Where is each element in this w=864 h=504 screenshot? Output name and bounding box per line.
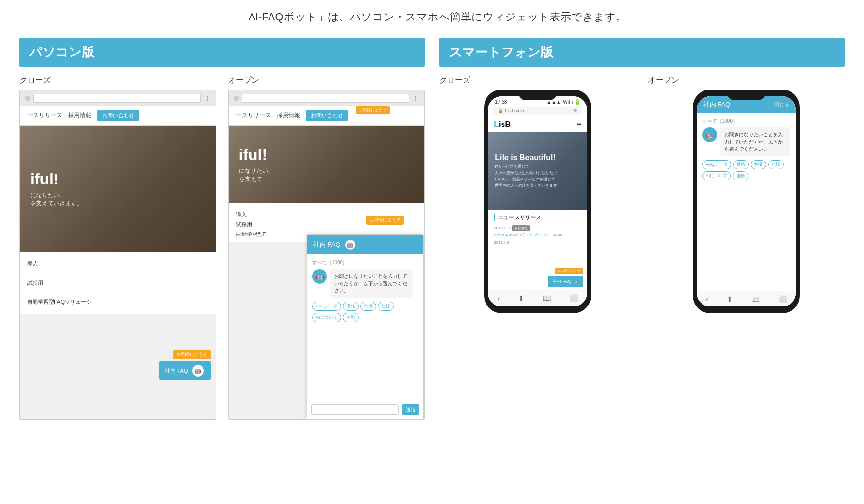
lock-icon-closed: 🔒 <box>498 108 503 113</box>
phone-faq-message-bubble: お聞きになりたいことを入力していただくか、以下から選んでください。 <box>720 127 790 156</box>
phone-news-link-1[interactable]: APPS JAPAN（アプリジャパン）2018... <box>494 232 581 237</box>
share-icon-open[interactable]: ⬆ <box>727 295 733 303</box>
nav-btn-contact-open[interactable]: お問い合わせ <box>306 110 348 121</box>
phone-faq-tag-feature[interactable]: 特徴 <box>751 160 766 169</box>
faq-tag-spec[interactable]: 仕様 <box>378 302 394 311</box>
page-title: 「AI-FAQボット」は、パソコン・スマホへ簡単にウィジェット表示できます。 <box>19 10 845 24</box>
back-icon-closed[interactable]: ‹ <box>497 294 500 302</box>
sp-device-row: クローズ 17:38 ▲▲▲ WiFi 🔋 <box>439 75 845 313</box>
phone-status-icons-closed: ▲▲▲ WiFi 🔋 <box>547 99 581 105</box>
phone-faq-closed-widget[interactable]: お気軽にどうぞ 社内 FAQ 🤖 <box>548 268 584 287</box>
phone-hero-closed: Life is Beautiful! ITサービスを通じて 人々の豊かな人生の彩… <box>488 132 587 210</box>
faq-panel-title: 社内 FAQ <box>313 240 341 249</box>
phone-faq-tag-ai[interactable]: AIについて <box>702 171 731 180</box>
sp-open-phone: 16:31 ▲▲▲ WiFi 🔋 ≡ jr-odekake.net ↻ <box>693 90 800 313</box>
nav-item-recruit-open: 採用情報 <box>277 111 300 120</box>
browser-address-bar-open[interactable] <box>242 94 410 103</box>
phone-faq-bot-icon-closed: 🤖 <box>573 279 578 284</box>
phone-faq-close-btn[interactable]: 閉じる <box>774 101 789 108</box>
book-icon-closed[interactable]: 📖 <box>543 294 551 302</box>
pc-open-col: オープン ⋮ ースリリース 採用情報 お問い合わせ お気軽にどうぞ <box>228 75 425 420</box>
phone-notch-closed <box>518 90 557 100</box>
hamburger-icon-closed[interactable]: ≡ <box>577 120 581 129</box>
phone-news-item-2: 2018.6.6 <box>494 240 581 245</box>
faq-tag-link[interactable]: 連動 <box>343 313 359 322</box>
phone-faq-tags: FAQデータ 価格 特徴 仕様 AIについて 連動 <box>702 160 790 180</box>
pc-section: パソコン版 クローズ ⋮ ースリリース 採用情報 お問い合わせ <box>19 38 425 420</box>
phone-faq-panel-title: 社内 FAQ <box>703 100 731 109</box>
tab-icon-open[interactable]: ⬜ <box>778 295 787 303</box>
phone-screen-closed: 17:38 ▲▲▲ WiFi 🔋 🔒 l-is-b.com ↻ <box>488 96 587 306</box>
share-icon-closed[interactable]: ⬆ <box>518 294 524 302</box>
pc-section-header: パソコン版 <box>19 38 425 67</box>
browser-menu-icon-open: ⋮ <box>412 94 419 102</box>
browser-close-btn-open <box>234 96 239 101</box>
phone-faq-tag-data[interactable]: FAQデータ <box>702 160 731 169</box>
phone-faq-tag-spec[interactable]: 仕様 <box>768 160 784 169</box>
faq-panel-open: お気軽にどうぞ 社内 FAQ 🤖 すべて（1000） 🤖 お聞きになりたい <box>307 234 424 419</box>
faq-all-count: すべて（1000） <box>312 259 418 266</box>
phone-notch-open <box>727 90 766 100</box>
browser-nav-closed: ースリリース 採用情報 お問い合わせ <box>20 106 216 126</box>
faq-widget-closed[interactable]: お気軽にどうぞ 社内 FAQ 🤖 <box>159 350 210 380</box>
faq-tags: FAQデータ 価格 特徴 仕様 AIについて 連動 <box>312 302 418 322</box>
hero-image-closed: iful! になりたい。を支えていきます。 <box>20 126 216 252</box>
pc-open-label: オープン <box>228 75 425 86</box>
phone-faq-bar-closed[interactable]: 社内 FAQ 🤖 <box>548 276 584 287</box>
faq-tag-ai[interactable]: AIについて <box>312 313 341 322</box>
pc-open-browser: ⋮ ースリリース 採用情報 お問い合わせ お気軽にどうぞ iful! <box>228 90 425 420</box>
phone-bottom-bar-closed: ‹ ⬆ 📖 ⬜ <box>488 289 587 306</box>
phone-url-closed: l-is-b.com <box>505 108 524 113</box>
faq-bot-message: 🤖 お聞きになりたいことを入力していただくか、以下から選んでください。 <box>312 269 418 298</box>
hero-image-open: iful! になりたい。を支えて <box>229 126 424 203</box>
faq-bubble-closed: お気軽にどうぞ <box>173 350 211 359</box>
nav-btn-contact[interactable]: お問い合わせ <box>97 110 139 121</box>
hero-text-open: iful! <box>239 146 274 164</box>
pc-closed-col: クローズ ⋮ ースリリース 採用情報 お問い合わせ <box>19 75 216 420</box>
battery-icon-closed: 🔋 <box>575 99 580 105</box>
phone-faq-panel: 社内 FAQ 閉じる すべて（1000） 🤖 お聞きになりたいことを入力していた… <box>697 96 796 306</box>
phone-time-closed: 17:38 <box>495 99 507 105</box>
book-icon-open[interactable]: 📖 <box>751 295 759 303</box>
phone-faq-tag-link[interactable]: 連動 <box>733 171 748 180</box>
browser-close-btn <box>25 96 30 101</box>
phone-bottom-nav-open: ‹ ⬆ 📖 ⬜ <box>697 291 796 306</box>
faq-input-field[interactable] <box>311 404 399 415</box>
hero-sub-open: になりたい。を支えて <box>239 167 274 183</box>
phone-faq-bar-label-closed: 社内 FAQ <box>553 278 572 285</box>
phone-hero-sub-closed: ITサービスを通じて 人々の豊かな人生の彩りになりたい。 L is Bは、製品や… <box>495 164 580 189</box>
page-header: 「AI-FAQボット」は、パソコン・スマホへ簡単にウィジェット表示できます。 <box>19 10 845 24</box>
phone-faq-bot-avatar: 🤖 <box>702 127 717 142</box>
tab-icon-closed[interactable]: ⬜ <box>570 294 578 302</box>
phone-faq-bot-message: 🤖 お聞きになりたいことを入力していただくか、以下から選んでください。 <box>702 127 790 156</box>
faq-panel-footer: 送信 <box>307 400 423 419</box>
browser-content-open: iful! になりたい。を支えて 導入試採用自動学習型F <box>229 126 424 419</box>
browser-toolbar-open: ⋮ <box>229 90 424 106</box>
phone-hero-title-closed: Life is Beautiful! <box>495 153 580 162</box>
phone-news-date-1: 2018.6.11 会社情報 <box>494 225 581 231</box>
phone-faq-bubble-closed: お気軽にどうぞ <box>555 268 583 274</box>
page-lower-text: 導入試採用自動学習型FAQソリューシ <box>27 259 209 307</box>
hero-sub-closed: になりたい。を支えていきます。 <box>30 191 83 208</box>
faq-tag-data[interactable]: FAQデータ <box>312 302 341 311</box>
faq-tag-price[interactable]: 価格 <box>343 302 359 311</box>
sp-closed-phone: 17:38 ▲▲▲ WiFi 🔋 🔒 l-is-b.com ↻ <box>484 90 591 313</box>
faq-bar-closed[interactable]: 社内 FAQ 🤖 <box>159 361 210 380</box>
faq-send-button[interactable]: 送信 <box>402 404 419 415</box>
browser-content-closed: iful! になりたい。を支えていきます。 導入試採用自動学習型FAQソリューシ… <box>20 126 216 419</box>
phone-faq-panel-body: すべて（1000） 🤖 お聞きになりたいことを入力していただくか、以下から選んで… <box>697 113 796 288</box>
browser-address-bar[interactable] <box>33 94 201 103</box>
faq-message-bubble: お聞きになりたいことを入力していただくか、以下から選んでください。 <box>330 269 413 298</box>
faq-bubble-open: お気軽にどうぞ <box>356 106 390 114</box>
phone-faq-tag-price[interactable]: 価格 <box>733 160 749 169</box>
faq-panel-body: すべて（1000） 🤖 お聞きになりたいことを入力していただくか、以下から選んで… <box>307 254 423 400</box>
nav-item-news-open: ースリリース <box>236 111 271 120</box>
browser-toolbar-closed: ⋮ <box>20 90 216 106</box>
sp-closed-col: クローズ 17:38 ▲▲▲ WiFi 🔋 <box>439 75 636 313</box>
back-icon-open[interactable]: ‹ <box>706 295 708 303</box>
page-lower-closed: 導入試採用自動学習型FAQソリューシ <box>20 252 216 314</box>
browser-menu-icon: ⋮ <box>204 94 211 102</box>
phone-faq-all-count: すべて（1000） <box>702 118 790 125</box>
phone-news-date-2: 2018.6.6 <box>494 240 581 245</box>
faq-tag-feature[interactable]: 特徴 <box>360 302 376 311</box>
